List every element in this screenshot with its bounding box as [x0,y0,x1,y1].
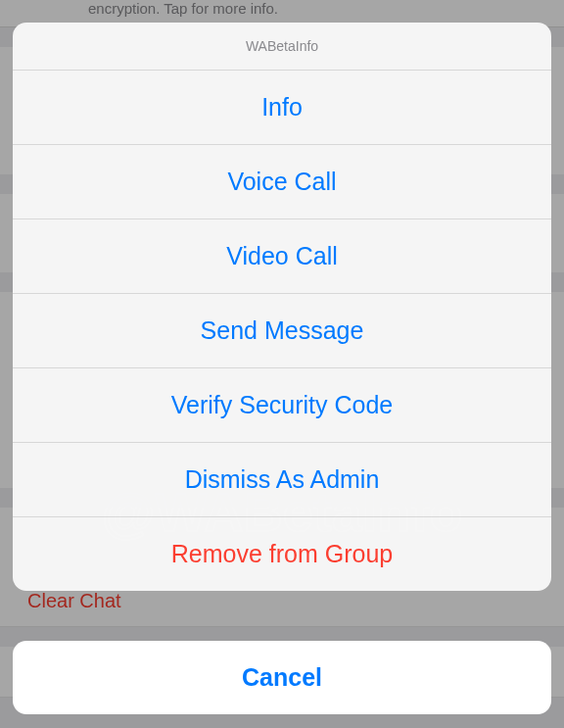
action-remove-from-group-label: Remove from Group [171,540,393,567]
cancel-label: Cancel [242,663,322,691]
action-sheet-title: WABetaInfo [246,38,318,54]
action-info[interactable]: Info [13,71,551,145]
action-dismiss-as-admin[interactable]: Dismiss As Admin [13,443,551,517]
action-voice-call-label: Voice Call [227,168,336,195]
action-sheet-main: WABetaInfo Info Voice Call Video Call Se… [13,23,551,591]
action-video-call-label: Video Call [226,242,338,269]
action-verify-security-code-label: Verify Security Code [171,391,394,418]
action-dismiss-as-admin-label: Dismiss As Admin [185,465,380,493]
action-send-message-label: Send Message [201,316,364,344]
action-voice-call[interactable]: Voice Call [13,145,551,219]
action-sheet-cancel-container: Cancel [13,641,551,714]
action-send-message[interactable]: Send Message [13,294,551,368]
action-info-label: Info [261,93,303,121]
action-remove-from-group[interactable]: Remove from Group [13,517,551,591]
action-verify-security-code[interactable]: Verify Security Code [13,368,551,443]
action-video-call[interactable]: Video Call [13,219,551,294]
cancel-button[interactable]: Cancel [13,641,551,714]
action-sheet-header: WABetaInfo [13,23,551,71]
